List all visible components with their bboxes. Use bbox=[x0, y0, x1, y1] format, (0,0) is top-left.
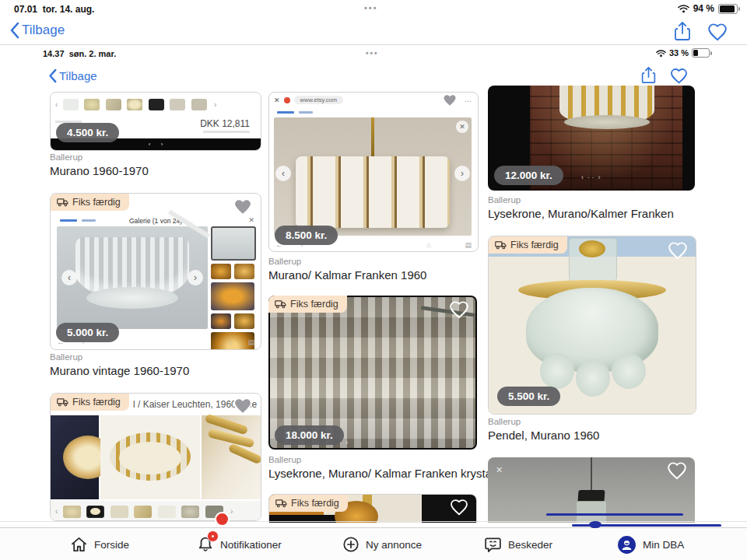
thumbnail-strip[interactable]: ‹ › bbox=[54, 97, 218, 111]
favorite-button[interactable] bbox=[233, 397, 253, 418]
listing-card[interactable]: Fiks færdig l / Kaiser Leuchten, 1960'er… bbox=[50, 393, 261, 521]
favorite-button[interactable] bbox=[668, 241, 688, 263]
text-placeholder bbox=[203, 131, 250, 133]
link-placeholder bbox=[277, 111, 294, 114]
listing-photo bbox=[100, 415, 200, 499]
thumbnail[interactable] bbox=[211, 282, 254, 310]
listing-photo bbox=[202, 415, 261, 499]
close-icon[interactable]: ✕ bbox=[274, 96, 280, 104]
fiks-faerdig-badge: Fiks færdig bbox=[51, 194, 129, 211]
favorite-button[interactable] bbox=[667, 461, 687, 483]
share-button-inner[interactable] bbox=[640, 66, 657, 88]
favorite-button[interactable] bbox=[442, 93, 458, 110]
battery-icon-outer bbox=[718, 4, 738, 14]
favorite-button[interactable] bbox=[449, 300, 469, 322]
gallery-thumbnails[interactable] bbox=[211, 226, 254, 350]
favorite-button[interactable] bbox=[450, 499, 468, 519]
gallery-next-button[interactable]: › bbox=[454, 166, 470, 181]
heart-icon bbox=[707, 23, 728, 41]
thumbnail[interactable] bbox=[181, 506, 199, 518]
pager-dots: ‹ · · › bbox=[581, 173, 601, 181]
glass-lobe-graphic bbox=[612, 353, 646, 389]
thumbnail[interactable] bbox=[134, 506, 152, 518]
price-badge: 5.000 kr. bbox=[56, 323, 119, 342]
chevron-left-icon bbox=[48, 68, 57, 83]
gallery-prev-button[interactable]: ‹ bbox=[275, 166, 291, 181]
listing-title[interactable]: Pendel, Murano 1960 bbox=[488, 429, 599, 442]
toolbar-icon-placeholder: ▤ bbox=[465, 241, 472, 249]
tab-forside[interactable]: Forside bbox=[70, 528, 129, 560]
thumbnail[interactable] bbox=[211, 313, 231, 329]
toolbar-icon-placeholder: ⌂ bbox=[229, 338, 233, 346]
favorite-button-outer[interactable] bbox=[707, 23, 728, 44]
wifi-icon bbox=[656, 49, 666, 58]
price-badge: 8.500 kr. bbox=[275, 226, 338, 245]
chevron-left-icon[interactable]: ‹ bbox=[55, 507, 58, 516]
person-circle-icon bbox=[617, 535, 637, 555]
thumbnail[interactable] bbox=[127, 99, 142, 110]
url-text: www.etsy.com bbox=[294, 96, 343, 104]
listing-photo: ‹ › bbox=[57, 226, 208, 329]
thumbnail[interactable] bbox=[158, 506, 176, 518]
divider-above-tabbar bbox=[0, 521, 747, 522]
tab-min-dba[interactable]: Min DBA bbox=[617, 528, 684, 560]
truck-icon bbox=[275, 499, 287, 508]
notification-badge bbox=[207, 530, 219, 542]
thumbnail[interactable] bbox=[110, 506, 128, 518]
listing-title[interactable]: Murano/ Kalmar Franken 1960 bbox=[268, 268, 426, 282]
pendant-cord-graphic bbox=[591, 457, 592, 492]
listing-card-clipped[interactable]: Fiks færdig bbox=[268, 494, 477, 523]
thumbnail[interactable] bbox=[63, 99, 79, 110]
chevron-left-icon[interactable]: ‹ bbox=[149, 141, 151, 148]
toolbar-icon-placeholder: ⌂ bbox=[427, 241, 431, 249]
chevron-right-icon[interactable]: › bbox=[230, 507, 233, 516]
price-badge: 12.000 kr. bbox=[494, 166, 563, 185]
back-button-inner[interactable]: Tilbage bbox=[48, 68, 97, 83]
close-icon[interactable]: ✕ bbox=[496, 465, 503, 475]
listing-title[interactable]: Murano 1960-1970 bbox=[50, 164, 149, 177]
thumbnail[interactable] bbox=[63, 506, 81, 518]
favorite-button[interactable] bbox=[233, 198, 253, 219]
listing-location: Ballerup bbox=[488, 417, 521, 426]
thumbnail[interactable] bbox=[106, 99, 121, 110]
gallery-prev-button[interactable]: ‹ bbox=[61, 270, 77, 285]
dba-app-screen: 07.01 tor. 14. aug. ••• 94 % Tilbage 14.… bbox=[0, 0, 747, 560]
thumbnail[interactable] bbox=[149, 99, 164, 110]
overflow-menu-icon[interactable]: ⋯ bbox=[465, 97, 472, 105]
back-button-outer[interactable]: Tilbage bbox=[9, 22, 65, 39]
plus-circle-icon bbox=[342, 536, 359, 553]
tab-ny-annonce[interactable]: Ny annonce bbox=[342, 528, 422, 560]
thumbnail[interactable] bbox=[211, 226, 256, 261]
tab-label: Notifikationer bbox=[220, 539, 282, 551]
tab-notifikationer[interactable]: Notifikationer bbox=[197, 528, 282, 560]
blue-indicator-knob[interactable] bbox=[589, 521, 601, 528]
fiks-faerdig-label: Fiks færdig bbox=[290, 299, 338, 310]
listing-title[interactable]: Lysekrone, Murano/Kalmer Franken bbox=[488, 207, 674, 220]
thumbnail[interactable] bbox=[170, 99, 185, 110]
listing-title[interactable]: Lysekrone, Murano/ Kalmar Franken krysta… bbox=[268, 467, 494, 480]
thumbnail[interactable] bbox=[191, 99, 207, 110]
thumbnail[interactable] bbox=[211, 264, 231, 279]
chevron-right-icon[interactable]: › bbox=[214, 100, 216, 109]
chandelier-graphic bbox=[86, 287, 178, 309]
pendant-glass-graphic bbox=[577, 501, 606, 523]
share-button-outer[interactable] bbox=[673, 21, 692, 45]
listing-title[interactable]: Murano vintage 1960-1970 bbox=[50, 364, 189, 377]
favorite-button-inner[interactable] bbox=[670, 68, 688, 87]
thumbnail[interactable] bbox=[84, 99, 100, 110]
tab-label: Forside bbox=[94, 539, 129, 551]
gallery-next-button[interactable]: › bbox=[188, 270, 203, 285]
thumbnail-selected[interactable] bbox=[86, 506, 104, 518]
tab-beskeder[interactable]: Beskeder bbox=[484, 528, 552, 560]
heart-icon bbox=[450, 499, 468, 516]
fiks-faerdig-badge: Fiks færdig bbox=[268, 296, 347, 313]
fiks-faerdig-badge: Fiks færdig bbox=[51, 394, 129, 411]
chevron-right-icon[interactable]: › bbox=[161, 141, 163, 148]
close-icon[interactable]: ✕ bbox=[456, 121, 468, 133]
chevron-left-icon[interactable]: ‹ bbox=[55, 100, 58, 109]
thumbnail[interactable] bbox=[234, 264, 254, 279]
battery-percent-inner: 33 % bbox=[669, 48, 689, 58]
thumbnail[interactable] bbox=[234, 313, 254, 329]
fiks-faerdig-label: Fiks færdig bbox=[72, 197, 121, 208]
status-right-inner: 33 % bbox=[656, 48, 710, 58]
